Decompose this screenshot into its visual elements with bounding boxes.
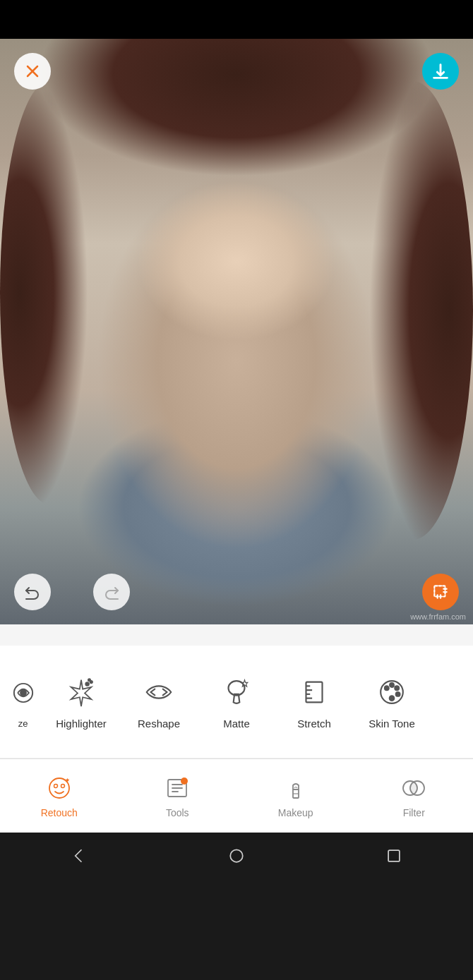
home-button[interactable]: [225, 845, 248, 867]
recent-button[interactable]: [383, 845, 405, 867]
svg-point-26: [54, 785, 57, 788]
stretch-icon: [296, 674, 333, 710]
svg-point-22: [395, 686, 399, 690]
svg-rect-35: [388, 850, 400, 861]
close-button[interactable]: [14, 53, 51, 90]
back-button[interactable]: [68, 845, 90, 867]
svg-point-21: [390, 683, 394, 687]
svg-point-9: [85, 682, 88, 685]
svg-point-23: [396, 692, 400, 696]
tool-reshape[interactable]: Reshape: [120, 668, 198, 735]
watermark: www.frrfam.com: [410, 612, 466, 621]
svg-point-8: [20, 690, 26, 696]
svg-point-25: [49, 778, 69, 798]
glamourize-label: ze: [18, 718, 28, 729]
svg-point-20: [385, 686, 389, 690]
tool-stretch[interactable]: Stretch: [275, 668, 353, 735]
tool-glamourize[interactable]: ze: [0, 669, 42, 734]
tools-scroll-area: ze Highlighter Reshape: [0, 646, 473, 758]
makeup-icon: [281, 773, 311, 803]
bottom-navigation: Retouch Tools Makeup: [0, 758, 473, 833]
svg-point-11: [88, 679, 90, 681]
photo-action-bar: [0, 574, 473, 610]
svg-point-27: [61, 785, 64, 788]
svg-point-34: [230, 849, 243, 862]
hair-top-layer: [35, 39, 438, 215]
nav-makeup[interactable]: Makeup: [236, 773, 355, 818]
tool-highlighter[interactable]: Highlighter: [42, 668, 120, 735]
highlighter-label: Highlighter: [56, 718, 107, 730]
filter-icon: [399, 773, 429, 803]
separator: [0, 624, 473, 646]
skin-tone-label: Skin Tone: [369, 718, 415, 730]
skin-tone-icon: [373, 674, 410, 710]
svg-point-10: [90, 681, 92, 683]
svg-rect-14: [306, 682, 323, 703]
nav-retouch[interactable]: Retouch: [0, 773, 119, 818]
highlighter-icon: [63, 674, 100, 710]
download-button[interactable]: [422, 53, 459, 90]
photo-canvas: www.frrfam.com: [0, 39, 473, 624]
tool-skin-tone[interactable]: Skin Tone: [353, 668, 431, 735]
reshape-label: Reshape: [138, 718, 180, 730]
stretch-label: Stretch: [297, 718, 331, 730]
retouch-label: Retouch: [41, 807, 78, 818]
undo-button[interactable]: [14, 574, 51, 610]
svg-point-29: [181, 778, 188, 785]
nav-tools[interactable]: Tools: [119, 773, 237, 818]
svg-point-24: [389, 695, 395, 701]
crop-button[interactable]: [422, 574, 459, 610]
filter-label: Filter: [403, 807, 425, 818]
reshape-icon: [140, 674, 177, 710]
tools-label: Tools: [166, 807, 189, 818]
photo-background: [0, 39, 473, 624]
matte-label: Matte: [223, 718, 250, 730]
system-navigation: [0, 833, 473, 878]
tools-icon: [162, 773, 192, 803]
status-bar: [0, 0, 473, 39]
svg-rect-2: [434, 586, 445, 596]
glamourize-icon: [5, 674, 42, 711]
retouch-icon: [44, 773, 74, 803]
matte-icon: [218, 674, 255, 710]
makeup-label: Makeup: [278, 807, 313, 818]
tool-matte[interactable]: Matte: [198, 668, 275, 735]
nav-filter[interactable]: Filter: [355, 773, 474, 818]
redo-button[interactable]: [93, 574, 130, 610]
